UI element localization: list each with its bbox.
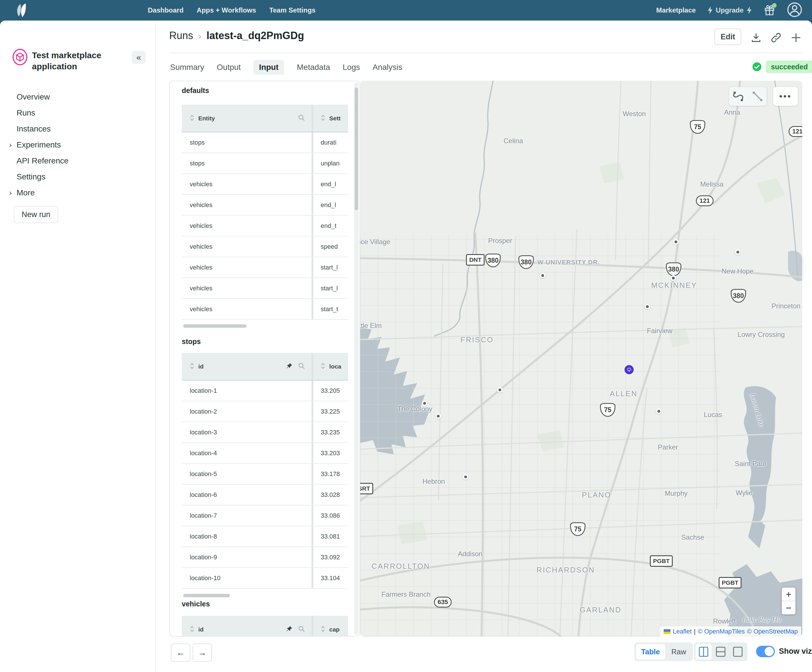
map-panel[interactable]: WestonAnnaCelinaMelissaProsperence Villa…	[360, 81, 802, 637]
pin-icon[interactable]	[286, 626, 293, 633]
table-row[interactable]: vehiclesstart_l	[182, 278, 348, 299]
sidebar-item-label: More	[17, 188, 35, 197]
sort-icon[interactable]	[321, 363, 325, 370]
layout-single-pane-button[interactable]	[730, 644, 746, 660]
map-label-celina: Celina	[503, 137, 523, 145]
table-row[interactable]: location-933.092	[182, 547, 348, 568]
nav-link-team-settings[interactable]: Team Settings	[270, 6, 316, 14]
share-link-icon[interactable]	[770, 32, 782, 43]
column-header-loca[interactable]: loca	[313, 353, 348, 380]
table-row[interactable]: vehiclesstart_t	[182, 299, 348, 320]
table-row[interactable]: vehiclesend_t	[182, 216, 348, 237]
map-route-toggle-button[interactable]	[729, 87, 767, 106]
panel-scroll-area[interactable]: defaultsEntitySettstopsduratistopsunplan…	[170, 81, 354, 636]
table-row[interactable]: location-1033.104	[182, 568, 348, 589]
table-row[interactable]: vehiclesspeed	[182, 237, 348, 257]
cell-value: location-6	[190, 491, 217, 498]
add-icon[interactable]	[790, 32, 802, 43]
sidebar-collapse-button[interactable]: «	[132, 51, 145, 64]
sidebar-item-api-reference[interactable]: API Reference	[17, 153, 142, 169]
table-row[interactable]: location-333.235	[182, 422, 348, 443]
table-row[interactable]: vehiclesend_l	[182, 174, 348, 195]
table-row[interactable]: vehiclesend_l	[182, 195, 348, 216]
table-row[interactable]: stopsunplan	[182, 153, 348, 174]
sort-icon[interactable]	[321, 114, 325, 122]
stop-marker-7[interactable]	[422, 401, 427, 406]
nav-link-dashboard[interactable]: Dashboard	[148, 6, 183, 14]
layout-split-horizontal-button[interactable]	[713, 644, 729, 660]
avatar-button[interactable]	[787, 2, 802, 19]
tab-input[interactable]: Input	[253, 60, 284, 75]
sidebar-item-more[interactable]: ›More	[17, 185, 142, 201]
next-page-button[interactable]: →	[193, 643, 212, 662]
view-option-raw[interactable]: Raw	[666, 644, 691, 660]
nextmv-logo-icon[interactable]	[15, 3, 29, 17]
show-viz-toggle[interactable]	[756, 646, 775, 657]
table-row[interactable]: location-433.203	[182, 443, 348, 464]
stop-marker-5[interactable]	[645, 304, 650, 309]
nav-upgrade-link[interactable]: Upgrade	[707, 6, 752, 14]
table-row[interactable]: location-733.086	[182, 505, 348, 526]
sort-icon[interactable]	[190, 626, 194, 633]
stop-marker-2[interactable]	[735, 249, 741, 255]
column-header-id[interactable]: id	[182, 353, 313, 380]
table-row[interactable]: location-533.178	[182, 464, 348, 484]
sort-icon[interactable]	[190, 114, 194, 122]
stop-marker-4[interactable]	[670, 275, 676, 281]
nav-link-apps-workflows[interactable]: Apps + Workflows	[196, 6, 256, 14]
depot-marker[interactable]	[624, 365, 634, 374]
tab-summary[interactable]: Summary	[170, 63, 204, 72]
sidebar-item-runs[interactable]: Runs	[17, 105, 142, 121]
openmaptiles-link[interactable]: © OpenMapTiles	[698, 628, 745, 635]
zoom-in-button[interactable]: +	[782, 588, 795, 601]
stop-marker-6[interactable]	[497, 387, 503, 393]
tab-metadata[interactable]: Metadata	[297, 63, 330, 72]
table-row[interactable]: location-633.028	[182, 484, 348, 505]
sidebar-item-overview[interactable]: Overview	[17, 89, 142, 105]
sidebar-item-settings[interactable]: Settings	[17, 169, 142, 185]
zoom-out-button[interactable]: −	[782, 601, 795, 614]
table-row[interactable]: stopsdurati	[182, 132, 348, 153]
new-run-button[interactable]: New run	[14, 206, 58, 223]
sidebar-item-instances[interactable]: Instances	[17, 121, 142, 137]
sidebar-item-experiments[interactable]: ›Experiments	[17, 137, 142, 153]
leaflet-link[interactable]: Leaflet	[673, 628, 692, 635]
search-icon[interactable]	[298, 625, 305, 634]
openstreetmap-link[interactable]: © OpenStreetMap	[747, 628, 798, 635]
nav-marketplace-link[interactable]: Marketplace	[656, 6, 696, 14]
layout-split-vertical-button[interactable]	[696, 644, 711, 660]
view-option-table[interactable]: Table	[636, 644, 665, 660]
tab-output[interactable]: Output	[217, 63, 241, 72]
breadcrumb-runs-link[interactable]: Runs	[169, 30, 193, 41]
edit-button[interactable]: Edit	[715, 29, 741, 45]
tab-analysis[interactable]: Analysis	[373, 63, 402, 72]
download-icon[interactable]	[751, 32, 762, 43]
stop-marker-3[interactable]	[540, 273, 546, 278]
search-icon[interactable]	[298, 114, 305, 123]
stop-marker-1[interactable]	[673, 239, 679, 245]
table-row[interactable]: location-133.205	[182, 380, 348, 401]
column-header-entity[interactable]: Entity	[182, 105, 313, 132]
stop-marker-10[interactable]	[463, 474, 469, 480]
pin-icon[interactable]	[286, 363, 293, 370]
tab-logs[interactable]: Logs	[343, 63, 360, 72]
table-cell: vehicles	[182, 237, 313, 257]
map-more-button[interactable]: •••	[773, 87, 798, 106]
panel-scrollbar-thumb[interactable]	[355, 87, 358, 210]
table-row[interactable]: location-233.225	[182, 401, 348, 422]
stop-marker-9[interactable]	[656, 408, 662, 414]
column-header-cap[interactable]: cap	[313, 616, 348, 636]
table-row[interactable]: vehiclesstart_l	[182, 257, 348, 278]
sort-icon[interactable]	[321, 626, 325, 633]
search-icon[interactable]	[298, 362, 305, 371]
horizontal-scrollbar-thumb[interactable]	[183, 594, 230, 597]
horizontal-scrollbar-thumb[interactable]	[183, 324, 247, 328]
table-row[interactable]: location-833.081	[182, 526, 348, 547]
stop-marker-8[interactable]	[435, 413, 441, 419]
column-header-sett[interactable]: Sett	[313, 105, 348, 132]
chevron-right-icon: ›	[9, 185, 12, 201]
sort-icon[interactable]	[190, 363, 194, 370]
column-header-id[interactable]: id	[182, 616, 313, 636]
prev-page-button[interactable]: ←	[171, 643, 190, 662]
gift-button[interactable]	[764, 4, 776, 16]
